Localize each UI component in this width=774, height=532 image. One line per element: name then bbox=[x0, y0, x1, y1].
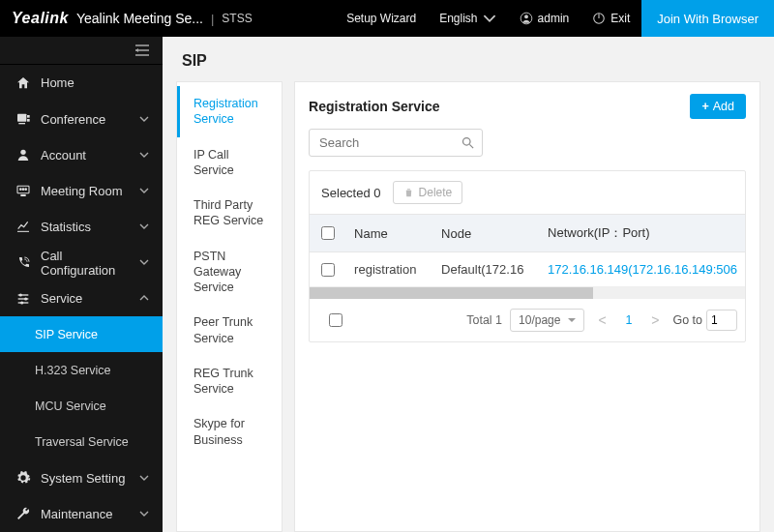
goto-input[interactable] bbox=[706, 310, 737, 331]
sidebar-item-home[interactable]: Home bbox=[0, 65, 163, 101]
chevron-down-icon bbox=[139, 150, 149, 160]
footer-checkbox[interactable] bbox=[329, 313, 342, 327]
add-label: Add bbox=[713, 100, 734, 113]
trash-icon bbox=[403, 187, 414, 198]
add-button[interactable]: + Add bbox=[690, 94, 746, 119]
subnav-ip-call-service[interactable]: IP Call Service bbox=[177, 137, 282, 189]
main: SIP Registration Service IP Call Service… bbox=[163, 37, 774, 532]
sidebar-item-label: System Setting bbox=[41, 471, 125, 486]
cell-node: Default(172.16 bbox=[433, 252, 540, 286]
next-page-button[interactable]: > bbox=[645, 312, 665, 328]
delete-button[interactable]: Delete bbox=[393, 181, 463, 204]
chevron-down-icon bbox=[483, 12, 496, 25]
sidebar-item-meeting-room[interactable]: Meeting Room bbox=[0, 173, 163, 209]
user-label: admin bbox=[538, 12, 570, 25]
chevron-up-icon bbox=[139, 293, 149, 303]
svg-line-21 bbox=[469, 144, 473, 148]
sidebar-item-call-configuration[interactable]: Call Configuration bbox=[0, 245, 163, 281]
select-all-checkbox[interactable] bbox=[321, 226, 335, 240]
home-icon bbox=[15, 75, 31, 91]
scroll-thumb[interactable] bbox=[310, 287, 592, 299]
svg-rect-5 bbox=[18, 123, 25, 124]
total-label: Total 1 bbox=[466, 313, 502, 327]
conference-icon bbox=[15, 111, 31, 127]
sidebar-item-label: Conference bbox=[41, 112, 105, 127]
statistics-icon bbox=[15, 219, 31, 234]
cell-network[interactable]: 172.16.16.149(172.16.16.149:506 bbox=[540, 252, 745, 286]
sidebar-item-label: Maintenance bbox=[41, 507, 112, 521]
subnav-reg-trunk-service[interactable]: REG Trunk Service bbox=[177, 356, 282, 407]
sidebar-subitem-h323-service[interactable]: H.323 Service bbox=[0, 352, 163, 388]
subnav-skype-for-business[interactable]: Skype for Business bbox=[177, 406, 282, 458]
cell-name: registration bbox=[346, 252, 433, 286]
svg-point-1 bbox=[524, 15, 528, 18]
brand-logo: Yealink bbox=[0, 10, 76, 27]
sidebar-subitem-traversal-service[interactable]: Traversal Service bbox=[0, 425, 163, 460]
subnav-pstn-gateway-service[interactable]: PSTN Gateway Service bbox=[177, 239, 282, 306]
chevron-down-icon bbox=[139, 186, 149, 195]
app-subtitle: STSS bbox=[222, 12, 252, 25]
current-page: 1 bbox=[619, 313, 638, 327]
chevron-down-icon bbox=[139, 257, 149, 267]
svg-point-20 bbox=[463, 138, 471, 146]
sidebar-subitem-sip-service[interactable]: SIP Service bbox=[0, 316, 163, 352]
subnav-third-party-reg-service[interactable]: Third Party REG Service bbox=[177, 188, 282, 239]
sidebar-item-account[interactable]: Account bbox=[0, 137, 163, 173]
sidebar-subitem-mcu-service[interactable]: MCU Service bbox=[0, 388, 163, 424]
gear-icon bbox=[15, 470, 31, 486]
table-box: Selected 0 Delete Name Node Network(IP：P… bbox=[309, 170, 746, 342]
sidebar-item-system-setting[interactable]: System Setting bbox=[0, 460, 163, 496]
delete-label: Delete bbox=[419, 186, 453, 199]
subnav-registration-service[interactable]: Registration Service bbox=[177, 86, 282, 137]
setup-wizard-link[interactable]: Setup Wizard bbox=[335, 0, 428, 37]
svg-point-11 bbox=[22, 189, 25, 192]
sidebar-item-statistics[interactable]: Statistics bbox=[0, 209, 163, 245]
chevron-down-icon bbox=[139, 509, 149, 518]
topbar: Yealink Yealink Meeting Se... | STSS Set… bbox=[0, 0, 774, 37]
svg-point-18 bbox=[24, 297, 27, 300]
svg-rect-6 bbox=[27, 115, 30, 118]
content-panel: Registration Service + Add Selected 0 bbox=[294, 81, 760, 532]
language-select[interactable]: English bbox=[428, 0, 507, 37]
exit-link[interactable]: Exit bbox=[580, 0, 641, 37]
wrench-icon bbox=[15, 506, 31, 521]
sidebar-subitem-label: SIP Service bbox=[35, 328, 98, 341]
prev-page-button[interactable]: < bbox=[592, 312, 611, 328]
user-icon bbox=[520, 12, 533, 25]
join-label: Join With Browser bbox=[657, 12, 759, 26]
col-network: Network(IP：Port) bbox=[540, 215, 745, 251]
subnav-peer-trunk-service[interactable]: Peer Trunk Service bbox=[177, 305, 282, 356]
table-header: Name Node Network(IP：Port) bbox=[310, 214, 745, 252]
col-name: Name bbox=[346, 217, 433, 251]
service-icon bbox=[15, 291, 31, 307]
collapse-icon bbox=[135, 44, 149, 56]
pagination: Total 1 10/page < 1 > Go to bbox=[310, 299, 745, 341]
selected-label: Selected 0 bbox=[321, 186, 380, 200]
sidebar-item-label: Meeting Room bbox=[41, 184, 123, 198]
chevron-down-icon bbox=[139, 114, 149, 124]
user-menu[interactable]: admin bbox=[508, 0, 581, 37]
power-icon bbox=[592, 12, 606, 25]
sidebar-subitem-label: Traversal Service bbox=[35, 435, 129, 449]
sidebar-item-maintenance[interactable]: Maintenance bbox=[0, 496, 163, 532]
goto-label: Go to bbox=[672, 313, 702, 327]
search-icon bbox=[461, 135, 475, 150]
svg-point-10 bbox=[19, 189, 22, 192]
row-checkbox[interactable] bbox=[321, 263, 335, 277]
sidebar-item-label: Call Configuration bbox=[41, 249, 130, 278]
svg-rect-13 bbox=[20, 194, 25, 196]
sidebar-item-label: Home bbox=[41, 75, 74, 90]
per-page-select[interactable]: 10/page bbox=[510, 309, 584, 332]
horizontal-scrollbar[interactable] bbox=[310, 287, 745, 299]
sidebar-collapse-toggle[interactable] bbox=[0, 37, 163, 65]
sidebar-item-conference[interactable]: Conference bbox=[0, 101, 163, 136]
search-input[interactable] bbox=[309, 129, 483, 157]
join-browser-button[interactable]: Join With Browser bbox=[641, 0, 774, 37]
sidebar-item-label: Service bbox=[41, 291, 82, 306]
language-label: English bbox=[439, 12, 477, 25]
sidebar-item-service[interactable]: Service bbox=[0, 281, 163, 316]
plus-icon: + bbox=[701, 100, 708, 113]
title-divider: | bbox=[211, 12, 214, 26]
subnav: Registration Service IP Call Service Thi… bbox=[176, 81, 283, 532]
chevron-down-icon bbox=[139, 222, 149, 231]
